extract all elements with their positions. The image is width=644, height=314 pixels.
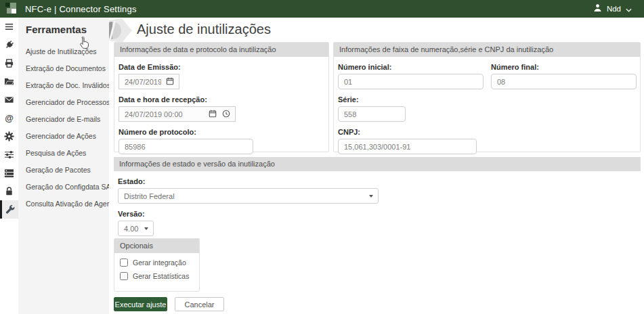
sliders-icon[interactable]: [0, 145, 18, 164]
sidebar-title: Ferramentas: [18, 18, 109, 35]
generate-integration-checkbox[interactable]: [120, 259, 128, 267]
dropdown-arrow-icon: [144, 227, 148, 230]
version-select[interactable]: 4.00: [118, 221, 154, 236]
panel-range-cnpj-title: Informações de faixa de numeração,série …: [334, 43, 640, 57]
protocol-number-value[interactable]: [125, 139, 253, 154]
sidebar-item-geracao-configdata-sat[interactable]: Geração do Configdata SAT: [18, 179, 109, 196]
protocol-number-label: Número de protocolo:: [119, 128, 328, 136]
user-menu[interactable]: Ndd: [593, 3, 632, 15]
panel-range-cnpj: Informações de faixa de numeração,série …: [333, 42, 641, 152]
end-number-value[interactable]: [497, 74, 636, 89]
series-input[interactable]: [338, 106, 406, 122]
sidebar-item-geracao-pacotes[interactable]: Geração de Pacotes: [18, 162, 109, 179]
printer-icon[interactable]: [0, 54, 18, 72]
cnpj-value[interactable]: [344, 139, 476, 154]
at-sign-icon[interactable]: @: [0, 109, 18, 127]
panel-date-protocol-title: Informações de data e protocolo da inuti…: [114, 43, 328, 57]
execute-adjustment-button[interactable]: Executar ajuste: [114, 297, 167, 311]
generate-integration-option[interactable]: Gerar integração: [120, 259, 199, 267]
main-content: Ajuste de inutilizações Informações de d…: [109, 18, 644, 314]
end-number-input[interactable]: [491, 74, 637, 89]
panel-state-version: Informações de estado e versão da inutil…: [114, 157, 641, 233]
version-select-value: 4.00: [124, 225, 144, 233]
lock-icon[interactable]: [0, 182, 18, 200]
gear-icon[interactable]: [0, 127, 18, 145]
cnpj-input[interactable]: [338, 139, 477, 154]
cnpj-label: CNPJ:: [338, 128, 640, 136]
sidebar-item-pesquisa-acoes[interactable]: Pesquisa de Ações: [18, 145, 109, 162]
generate-statistics-checkbox[interactable]: [120, 272, 128, 280]
top-bar: NFC-e | Connector Settings Ndd: [0, 0, 644, 18]
emission-date-value[interactable]: [125, 74, 161, 89]
panel-state-version-title: Informações de estado e versão da inutil…: [114, 157, 641, 171]
sidebar-item-gerenciador-emails[interactable]: Gerenciador de E-mails: [18, 111, 109, 128]
reception-datetime-label: Data e hora de recepção:: [119, 95, 328, 104]
wrench-icon[interactable]: [0, 200, 18, 219]
series-label: Série:: [338, 95, 640, 104]
start-number-input[interactable]: [338, 74, 484, 89]
sidebar-item-extracao-doc-invalidos[interactable]: Extração de Doc. Inválidos: [18, 77, 109, 94]
reception-datetime-value[interactable]: [125, 107, 204, 121]
panel-optionals: Opcionais Gerar integração Gerar Estatís…: [114, 238, 200, 292]
app-title: NFC-e | Connector Settings: [25, 4, 137, 14]
reception-datetime-input[interactable]: [119, 106, 236, 122]
page-ornament-icon: [109, 18, 135, 43]
sidebar-item-extracao-documentos[interactable]: Extração de Documentos: [18, 60, 109, 77]
calendar-icon[interactable]: [209, 110, 217, 119]
generate-integration-label: Gerar integração: [133, 259, 186, 267]
app-window: NFC-e | Connector Settings Ndd @: [0, 0, 644, 314]
sidebar: Ferramentas Ajuste de Inutilizações Extr…: [18, 18, 109, 314]
state-select-value: Distrito Federal: [124, 192, 369, 200]
generate-statistics-label: Gerar Estatísticas: [133, 272, 189, 280]
state-select[interactable]: Distrito Federal: [118, 188, 379, 204]
server-icon[interactable]: [0, 164, 18, 182]
envelope-icon[interactable]: [0, 91, 18, 109]
dropdown-arrow-icon: [369, 195, 373, 198]
start-number-label: Número inicial:: [338, 63, 487, 71]
icon-rail: @: [0, 18, 18, 314]
emission-date-input[interactable]: [119, 74, 179, 89]
sidebar-item-consulta-ativacao-agente[interactable]: Consulta Ativação de Agente: [18, 196, 109, 212]
series-value[interactable]: [344, 107, 405, 121]
clock-icon[interactable]: [222, 110, 230, 119]
sidebar-item-ajuste-inutilizacoes[interactable]: Ajuste de Inutilizações: [18, 43, 109, 60]
emission-date-label: Data de Emissão:: [119, 63, 328, 71]
chevron-down-icon: [626, 3, 632, 15]
state-label: Estado:: [118, 177, 641, 185]
end-number-label: Número final:: [491, 63, 640, 71]
app-logo-icon: [5, 3, 18, 15]
user-icon: [593, 3, 602, 15]
panel-optionals-title: Opcionais: [114, 239, 199, 253]
user-name: Ndd: [607, 5, 621, 13]
menu-icon[interactable]: [0, 18, 18, 36]
cancel-button[interactable]: Cancelar: [175, 297, 224, 311]
start-number-value[interactable]: [344, 74, 483, 89]
protocol-number-input[interactable]: [119, 139, 253, 154]
plug-icon[interactable]: [0, 36, 18, 54]
generate-statistics-option[interactable]: Gerar Estatísticas: [120, 272, 199, 280]
sidebar-item-gerenciador-processos[interactable]: Gerenciador de Processos: [18, 94, 109, 111]
panel-date-protocol: Informações de data e protocolo da inuti…: [114, 42, 329, 152]
sidebar-item-gerenciador-acoes[interactable]: Gerenciador de Ações: [18, 128, 109, 145]
calendar-icon[interactable]: [166, 77, 174, 87]
page-title: Ajuste de inutilizações: [137, 22, 271, 37]
version-label: Versão:: [118, 210, 641, 218]
folder-icon[interactable]: [0, 72, 18, 91]
